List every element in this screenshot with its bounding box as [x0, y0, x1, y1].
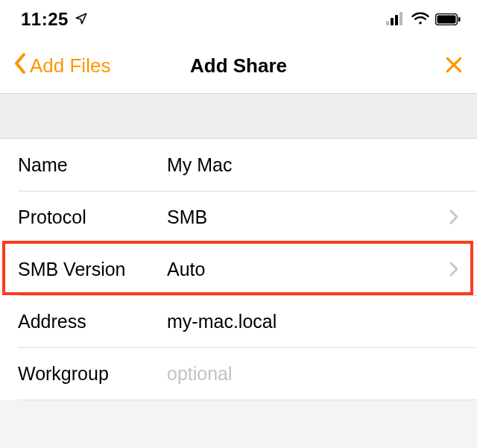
row-workgroup[interactable]: Workgroup optional — [0, 347, 477, 400]
row-protocol-value: SMB — [167, 206, 449, 228]
row-workgroup-placeholder: optional — [167, 363, 459, 385]
row-smb-version[interactable]: SMB Version Auto — [0, 243, 477, 295]
svg-rect-3 — [399, 12, 402, 25]
close-button[interactable] — [444, 55, 464, 78]
location-icon — [75, 9, 88, 30]
back-button[interactable]: Add Files — [13, 52, 110, 80]
row-smb-version-label: SMB Version — [18, 259, 167, 280]
row-smb-version-value: Auto — [167, 259, 449, 280]
form-list: Name My Mac Protocol SMB SMB Version Aut… — [0, 139, 477, 400]
status-bar-right — [386, 9, 461, 30]
row-protocol-label: Protocol — [18, 206, 167, 228]
section-gap — [0, 94, 477, 139]
row-name-label: Name — [18, 154, 167, 176]
status-bar-left: 11:25 — [21, 9, 88, 30]
svg-rect-0 — [386, 21, 389, 25]
back-label: Add Files — [30, 54, 110, 78]
cellular-icon — [386, 9, 405, 30]
svg-rect-1 — [391, 18, 394, 25]
status-time: 11:25 — [21, 9, 69, 30]
nav-bar: Add Files Add Share — [0, 39, 477, 94]
row-workgroup-label: Workgroup — [18, 363, 167, 385]
row-protocol[interactable]: Protocol SMB — [0, 191, 477, 243]
svg-rect-2 — [395, 15, 398, 25]
chevron-right-icon — [449, 261, 459, 277]
status-bar: 11:25 — [0, 0, 477, 39]
row-address-value: my-mac.local — [167, 311, 459, 332]
svg-rect-5 — [437, 16, 456, 24]
chevron-right-icon — [449, 209, 459, 225]
battery-icon — [435, 9, 461, 30]
row-name[interactable]: Name My Mac — [0, 139, 477, 191]
chevron-left-icon — [13, 52, 28, 80]
row-address-label: Address — [18, 311, 167, 332]
wifi-icon — [411, 9, 429, 30]
row-name-value: My Mac — [167, 154, 459, 176]
close-icon — [444, 55, 464, 78]
svg-rect-6 — [458, 17, 461, 22]
row-address[interactable]: Address my-mac.local — [0, 295, 477, 347]
